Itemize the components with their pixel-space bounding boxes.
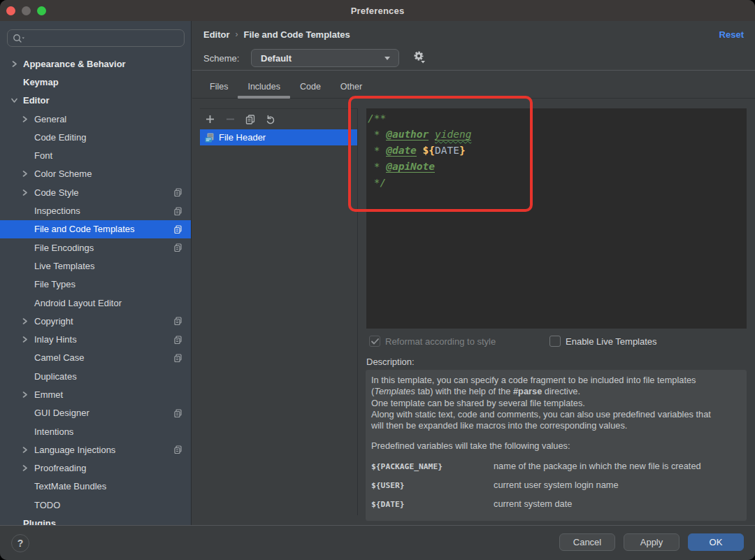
copy-settings-icon [174,336,182,344]
sidebar-item-font[interactable]: Font [0,146,191,164]
sidebar-item-gui-designer[interactable]: GUI Designer [0,404,191,422]
breadcrumb-row: Editor › File and Code Templates Reset [192,21,755,48]
chevron-right-icon[interactable] [11,61,17,67]
chevron-right-icon[interactable] [22,318,28,324]
sidebar-item-plugins[interactable]: Plugins [0,514,191,525]
chevron-right-icon[interactable] [22,447,28,453]
tab-files[interactable]: Files [200,76,238,98]
description-paragraph-3: Along with static text, code and comment… [371,409,741,432]
help-button[interactable]: ? [11,534,29,552]
chevron-right-icon[interactable] [22,171,28,177]
sidebar-item-label: Live Templates [34,261,94,271]
code-segment: */ [368,177,386,188]
chevron-right-icon[interactable] [22,465,28,471]
sidebar-item-live-templates[interactable]: Live Templates [0,257,191,275]
sidebar-item-textmate-bundles[interactable]: TextMate Bundles [0,478,191,496]
sidebar-item-todo[interactable]: TODO [0,496,191,514]
code-segment: /** [368,113,386,124]
gear-icon [412,50,426,67]
search-input[interactable] [7,29,185,47]
minimize-button[interactable] [22,6,31,15]
templates-list: File Header [200,129,357,145]
traffic-lights [6,6,46,15]
description-label: Description: [366,357,415,367]
code-segment: * [368,161,386,172]
sidebar-item-label: Inlay Hints [34,334,77,345]
code-segment: yideng [435,129,471,141]
scheme-actions-button[interactable] [411,50,428,66]
code-line-4: * @apiNote [368,159,747,175]
chevron-right-icon[interactable] [22,189,28,196]
sidebar-item-label: Editor [23,95,50,106]
copy-settings-icon [174,188,182,196]
sidebar-item-inspections[interactable]: Inspections [0,201,191,220]
ok-button[interactable]: OK [688,533,744,551]
search-icon [13,34,25,43]
tab-other[interactable]: Other [331,76,372,98]
remove-icon[interactable] [224,114,236,125]
add-icon[interactable] [204,114,215,125]
footer-bar: ? CancelApplyOK [0,525,755,560]
sidebar-item-file-and-code-templates[interactable]: File and Code Templates [0,220,191,238]
settings-sidebar: Appearance & BehaviorKeymapEditorGeneral… [0,21,192,525]
cancel-button[interactable]: Cancel [559,533,615,551]
sidebar-item-label: TextMate Bundles [34,481,106,491]
sidebar-item-copyright[interactable]: Copyright [0,312,191,330]
sidebar-item-file-encodings[interactable]: File Encodings [0,238,191,257]
live-templates-checkbox[interactable] [549,336,561,347]
sidebar-item-duplicates[interactable]: Duplicates [0,367,191,385]
tab-includes[interactable]: Includes [238,76,290,98]
chevron-right-icon[interactable] [22,336,28,343]
reset-link[interactable]: Reset [719,21,744,48]
window-title: Preferences [351,6,405,16]
copy-settings-icon [174,243,182,252]
duplicate-icon[interactable] [245,114,256,125]
template-editor[interactable]: /** * @author yideng * @date ${DATE} * @… [366,108,747,329]
chevron-right-icon[interactable] [22,116,28,122]
variables-table: ${PACKAGE_NAME}name of the package in wh… [371,461,741,517]
template-tabs: FilesIncludesCodeOther [192,71,755,99]
sidebar-item-label: Code Editing [34,132,86,143]
live-templates-label: Enable Live Templates [566,336,657,347]
sidebar-item-appearance-behavior[interactable]: Appearance & Behavior [0,55,191,73]
sidebar-item-camel-case[interactable]: Camel Case [0,349,191,367]
zoom-button[interactable] [37,6,46,15]
scheme-select[interactable]: Default [251,49,399,67]
sidebar-item-code-editing[interactable]: Code Editing [0,128,191,146]
code-line-3: * @date ${DATE} [368,143,747,159]
sidebar-item-intentions[interactable]: Intentions [0,422,191,440]
tab-label: Code [300,82,321,92]
sidebar-item-language-injections[interactable]: Language Injections [0,440,191,459]
sidebar-item-code-style[interactable]: Code Style [0,183,191,201]
copy-settings-icon [174,317,182,325]
chevron-right-icon[interactable] [22,392,28,398]
help-label: ? [17,538,24,549]
apply-button[interactable]: Apply [624,533,680,551]
chevron-down-icon[interactable] [11,97,17,103]
tab-code[interactable]: Code [290,76,331,98]
sidebar-item-color-scheme[interactable]: Color Scheme [0,165,191,183]
variable-name: ${DATE} [371,500,494,509]
sidebar-item-general[interactable]: General [0,110,191,128]
sidebar-item-keymap[interactable]: Keymap [0,73,191,91]
sidebar-item-editor[interactable]: Editor [0,92,191,110]
sidebar-item-label: Copyright [34,316,73,326]
variable-row: ${PACKAGE_NAME}name of the package in wh… [371,461,741,480]
scheme-label: Scheme: [203,49,239,67]
sidebar-item-emmet[interactable]: Emmet [0,385,191,403]
reformat-option: Reformat according to style [369,335,496,347]
file-header-icon [205,133,215,143]
tab-label: Includes [247,82,280,92]
template-item-file-header[interactable]: File Header [200,129,357,145]
sidebar-item-android-layout-editor[interactable]: Android Layout Editor [0,294,191,312]
sidebar-item-proofreading[interactable]: Proofreading [0,459,191,478]
reformat-label: Reformat according to style [385,336,496,347]
sidebar-item-file-types[interactable]: File Types [0,275,191,294]
sidebar-item-inlay-hints[interactable]: Inlay Hints [0,330,191,348]
reformat-checkbox[interactable] [369,336,380,347]
breadcrumb-editor[interactable]: Editor [203,29,230,40]
breadcrumb-separator-icon: › [236,29,238,39]
code-segment: ${ [423,145,435,156]
revert-icon[interactable] [265,114,276,125]
close-button[interactable] [6,6,15,15]
